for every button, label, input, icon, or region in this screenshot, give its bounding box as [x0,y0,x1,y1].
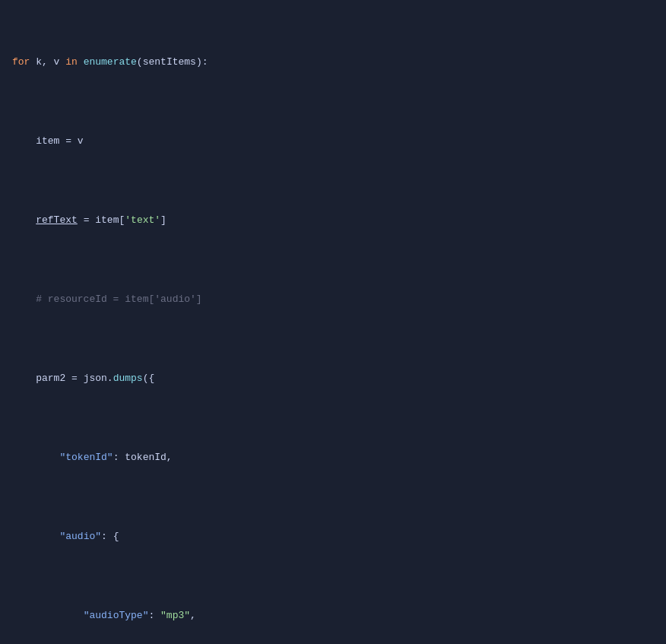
code-line-2: item = v [0,134,666,150]
code-line-4: # resourceId = item['audio'] [0,292,666,308]
code-line-8: "audioType": "mp3", [0,608,666,624]
code-line-6: "tokenId": tokenId, [0,450,666,466]
code-line-1: for k, v in enumerate(sentItems): [0,55,666,71]
code-editor: for k, v in enumerate(sentItems): item =… [0,0,666,644]
code-line-3: refText = item['text'] [0,213,666,229]
code-line-7: "audio": { [0,529,666,545]
code-line-5: parm2 = json.dumps({ [0,371,666,387]
